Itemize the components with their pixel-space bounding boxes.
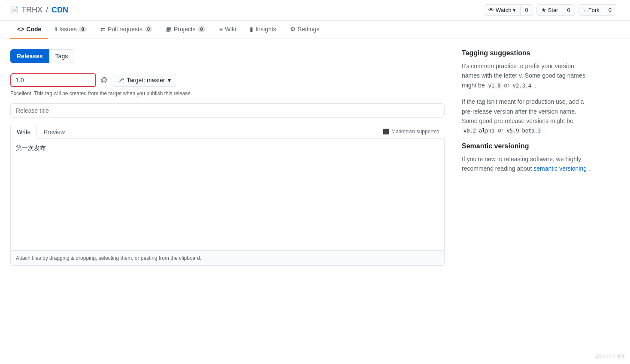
- tag-row: @ ⎇ Target: master ▾: [10, 73, 445, 87]
- markdown-icon: ⬛: [383, 129, 389, 135]
- tagging-code-2: v2.3.4: [511, 82, 533, 89]
- tab-projects[interactable]: ▦ Projects 0: [159, 21, 212, 39]
- tab-code[interactable]: <> Code: [10, 21, 48, 39]
- nav-tabs: <> Code ℹ Issues 0 ⇄ Pull requests 0 ▦ P…: [0, 21, 630, 39]
- tab-insights[interactable]: ▮ Insights: [243, 21, 283, 39]
- editor-container: 第一次发布 Attach files by dragging & droppin…: [10, 139, 445, 266]
- markdown-hint-text: Markdown supported: [391, 129, 439, 135]
- editor-tabs: Write Preview ⬛ Markdown supported: [10, 125, 445, 139]
- tagging-text-or2: or: [498, 127, 505, 134]
- markdown-hint: ⬛ Markdown supported: [378, 125, 445, 138]
- watch-label: Watch: [496, 7, 511, 13]
- insights-icon: ▮: [250, 26, 253, 33]
- tab-settings[interactable]: ⚙ Settings: [283, 21, 327, 39]
- watch-group: 👁 Watch ▾ 0: [484, 4, 533, 16]
- tagging-period-2: .: [544, 127, 546, 134]
- code-icon: <>: [17, 26, 24, 33]
- star-label: Star: [548, 7, 558, 13]
- star-button[interactable]: ★ Star: [536, 4, 563, 16]
- tab-pr-label: Pull requests: [108, 26, 142, 33]
- tagging-code-1: v1.0: [487, 82, 503, 89]
- main-left: Releases Tags @ ⎇ Target: master ▾ Excel…: [10, 49, 445, 266]
- star-group: ★ Star 0: [536, 4, 575, 16]
- tab-insights-label: Insights: [255, 26, 276, 33]
- tagging-para2-text: If the tag isn't meant for production us…: [462, 98, 584, 124]
- header-actions: 👁 Watch ▾ 0 ★ Star 0 ⑂ Fork 0: [484, 4, 620, 16]
- projects-icon: ▦: [166, 26, 172, 33]
- projects-badge: 0: [198, 26, 206, 32]
- description-textarea[interactable]: 第一次发布: [11, 139, 444, 251]
- header: 📄 TRHX / CDN 👁 Watch ▾ 0 ★ Star 0 ⑂ F: [0, 0, 630, 21]
- releases-tab[interactable]: Releases: [10, 49, 49, 63]
- editor: Write Preview ⬛ Markdown supported 第一次发布…: [10, 125, 445, 266]
- eye-icon: 👁: [488, 7, 494, 13]
- semantic-paragraph: If you're new to releasing software, we …: [462, 154, 591, 174]
- star-icon: ★: [541, 7, 546, 13]
- fork-icon: ⑂: [583, 7, 587, 13]
- issues-badge: 0: [79, 26, 87, 32]
- sub-tabs: Releases Tags: [10, 49, 445, 63]
- tag-input-wrapper: [10, 73, 96, 87]
- write-tab[interactable]: Write: [10, 125, 37, 139]
- tagging-code-3: v0.2-alpha: [462, 127, 496, 134]
- tab-pull-requests[interactable]: ⇄ Pull requests 0: [94, 21, 159, 39]
- tagging-paragraph-2: If the tag isn't meant for production us…: [462, 97, 591, 135]
- tab-settings-label: Settings: [298, 26, 320, 33]
- repo-icon: 📄: [10, 6, 19, 14]
- repo-separator: /: [46, 6, 48, 15]
- sidebar: Tagging suggestions It's common practice…: [462, 49, 591, 266]
- repo-owner-link[interactable]: TRHX: [21, 6, 42, 15]
- tag-hint: Excellent! This tag will be created from…: [10, 90, 445, 96]
- repo-name-link[interactable]: CDN: [51, 6, 68, 15]
- editor-footer: Attach files by dragging & dropping, sel…: [11, 251, 444, 265]
- semantic-text-2: .: [588, 165, 590, 172]
- semantic-heading: Semantic versioning: [462, 142, 591, 150]
- tab-wiki-label: Wiki: [225, 26, 236, 33]
- at-symbol: @: [100, 76, 107, 84]
- tagging-code-4: v5.9-beta.3: [505, 127, 542, 134]
- tab-issues[interactable]: ℹ Issues 0: [48, 21, 94, 39]
- fork-count: 0: [604, 4, 616, 16]
- tab-projects-label: Projects: [174, 26, 196, 33]
- wiki-icon: ≡: [219, 26, 223, 33]
- fork-label: Fork: [588, 7, 600, 13]
- settings-icon: ⚙: [290, 26, 296, 33]
- tags-tab[interactable]: Tags: [49, 49, 75, 63]
- preview-tab[interactable]: Preview: [37, 125, 71, 139]
- fork-button[interactable]: ⑂ Fork: [579, 4, 604, 16]
- semantic-versioning-link[interactable]: semantic versioning: [533, 165, 587, 172]
- pr-badge: 0: [145, 26, 152, 32]
- branch-icon: ⎇: [117, 77, 124, 84]
- tagging-period-1: .: [535, 82, 536, 89]
- tagging-heading: Tagging suggestions: [462, 49, 591, 57]
- chevron-down-icon: ▾: [513, 7, 516, 13]
- chevron-down-icon: ▾: [168, 77, 171, 84]
- tagging-text-2: or: [504, 82, 509, 89]
- watch-count: 0: [521, 4, 533, 16]
- tag-input[interactable]: [10, 73, 96, 87]
- target-button[interactable]: ⎇ Target: master ▾: [112, 74, 176, 87]
- editor-tab-group: Write Preview: [10, 125, 71, 138]
- repo-title: 📄 TRHX / CDN: [10, 6, 68, 15]
- fork-group: ⑂ Fork 0: [579, 4, 616, 16]
- tab-code-label: Code: [26, 26, 41, 33]
- pr-icon: ⇄: [100, 26, 106, 33]
- target-label: Target: master: [127, 77, 165, 84]
- release-title-input[interactable]: [10, 103, 445, 118]
- tab-wiki[interactable]: ≡ Wiki: [212, 21, 243, 39]
- textarea-wrapper: 第一次发布: [11, 139, 444, 251]
- footer-text: Attach files by dragging & dropping, sel…: [16, 255, 201, 261]
- tagging-paragraph-1: It's common practice to prefix your vers…: [462, 61, 591, 90]
- tab-issues-label: Issues: [59, 26, 76, 33]
- star-count: 0: [563, 4, 575, 16]
- watch-button[interactable]: 👁 Watch ▾: [484, 4, 521, 16]
- main-content: Releases Tags @ ⎇ Target: master ▾ Excel…: [0, 39, 601, 276]
- issues-icon: ℹ: [55, 26, 57, 33]
